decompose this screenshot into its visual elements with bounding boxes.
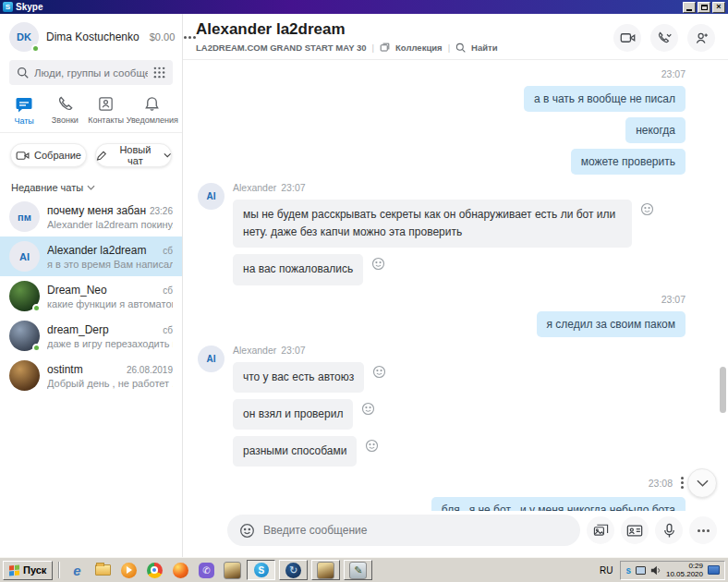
chat-list-item[interactable]: dream_Derpсб даже в игру перезаходить не…	[0, 316, 182, 356]
outgoing-message[interactable]: а в чать я вообще не писал	[524, 86, 686, 112]
window-titlebar: S Skype ×	[0, 0, 728, 14]
avatar[interactable]: DK	[9, 22, 39, 52]
avatar: пм	[9, 201, 40, 232]
start-button[interactable]: Пуск	[3, 561, 53, 580]
collection-link[interactable]: Коллекция	[395, 42, 443, 53]
search-icon	[17, 67, 29, 79]
online-status-icon	[32, 304, 41, 312]
taskbar-game-icon[interactable]	[221, 560, 243, 581]
tab-calls[interactable]: Звонки	[44, 95, 85, 126]
chat-item-title: ostintm	[47, 363, 123, 376]
minimize-button[interactable]	[683, 2, 696, 13]
tab-notifications-label: Уведомления	[127, 115, 178, 125]
tray-skype-icon[interactable]: s	[625, 565, 631, 576]
find-link[interactable]: Найти	[471, 42, 497, 53]
incoming-message[interactable]: что у вас есть автоюз	[233, 362, 364, 393]
outgoing-message[interactable]: бля , я не бот , и у меня никогда небыло…	[431, 497, 686, 511]
contact-card-icon	[626, 524, 643, 538]
taskbar-viber-icon[interactable]: ✆	[195, 560, 217, 581]
taskbar-mediaplayer-icon[interactable]	[117, 560, 140, 581]
video-call-button[interactable]	[613, 24, 641, 52]
recent-chats-label: Недавние чаты	[11, 182, 83, 193]
dialpad-icon[interactable]	[153, 67, 165, 79]
scroll-to-bottom-button[interactable]	[687, 468, 717, 498]
conversation-title[interactable]: Alexander la2dream	[196, 20, 498, 39]
add-reaction-icon[interactable]	[640, 202, 654, 216]
chat-item-time: сб	[163, 246, 173, 256]
tab-contacts-label: Контакты	[88, 115, 124, 125]
outgoing-message[interactable]: можете проверить	[571, 149, 686, 175]
taskbar-chrome-icon[interactable]	[143, 560, 165, 581]
search-box[interactable]	[9, 60, 173, 85]
close-button[interactable]: ×	[712, 2, 725, 13]
phone-icon	[56, 95, 74, 113]
chat-item-title: Alexander la2dream	[47, 244, 159, 257]
composer-bar	[183, 511, 728, 557]
chat-list-item[interactable]: пм почему меня забанили с жен...23:26 Al…	[0, 197, 182, 236]
taskbar-game2-button[interactable]	[311, 560, 340, 580]
message-menu-icon[interactable]	[679, 475, 686, 491]
voice-message-button[interactable]	[655, 516, 683, 544]
editor-icon: ✎	[349, 562, 367, 579]
add-reaction-icon[interactable]	[361, 402, 375, 416]
timestamp: 23:07	[661, 68, 686, 79]
meeting-button[interactable]: Собрание	[10, 143, 87, 167]
window-title: Skype	[16, 2, 42, 12]
send-contact-button[interactable]	[621, 516, 649, 544]
incoming-message[interactable]: он взял и проверил	[233, 399, 353, 430]
profile-name: Dima Kostuchenko	[46, 30, 140, 43]
add-people-button[interactable]	[687, 24, 715, 52]
recent-chats-header[interactable]: Недавние чаты	[0, 171, 182, 197]
add-reaction-icon[interactable]	[365, 439, 379, 453]
add-reaction-icon[interactable]	[372, 365, 386, 379]
taskbar-skype-button[interactable]: S	[247, 560, 275, 580]
language-indicator[interactable]: RU	[596, 565, 616, 576]
gallery-icon	[593, 524, 609, 538]
outgoing-message[interactable]: некогда	[625, 117, 686, 143]
avatar[interactable]: AI	[198, 183, 224, 210]
audio-call-button[interactable]	[650, 24, 678, 52]
restore-button[interactable]	[698, 2, 710, 13]
timestamp: 23:07	[661, 294, 686, 305]
sender-name: Alexander	[233, 182, 276, 193]
scrollbar-thumb[interactable]	[720, 367, 726, 413]
chat-list-item-selected[interactable]: AI Alexander la2dreamсб я в это время Ва…	[0, 236, 182, 276]
chat-list-item[interactable]: Dream_Neoсб какие функции я автоматом юз…	[0, 276, 182, 316]
message-list[interactable]: 23:07 а в чать я вообще не писал некогда…	[183, 60, 728, 511]
taskbar-app-button[interactable]: ↻	[279, 560, 308, 580]
search-input[interactable]	[34, 67, 148, 79]
incoming-message[interactable]: мы не будем расскрывать секреты как он о…	[233, 200, 632, 248]
profile-balance: $0.00	[150, 31, 176, 42]
chrome-icon	[147, 563, 163, 578]
incoming-message[interactable]: на вас пожаловались	[233, 254, 363, 285]
taskbar-firefox-icon[interactable]	[169, 560, 191, 581]
taskbar-editor-button[interactable]: ✎	[344, 560, 372, 580]
outgoing-message[interactable]: я следил за своим паком	[537, 311, 686, 337]
chat-list-item[interactable]: ostintm26.08.2019 Добрый день , не работ…	[0, 356, 182, 395]
new-chat-button-label: Новый чат	[112, 144, 158, 166]
more-actions-button[interactable]	[689, 516, 717, 544]
message-input[interactable]	[263, 524, 568, 537]
mediaplayer-icon	[121, 563, 137, 578]
message-input-box[interactable]	[227, 515, 580, 546]
tab-notifications[interactable]: Уведомления	[127, 95, 178, 126]
new-chat-button[interactable]: Новый чат	[95, 143, 172, 167]
video-camera-icon	[620, 31, 636, 44]
incoming-message[interactable]: разными способами	[233, 436, 357, 467]
taskbar-folder-icon[interactable]	[91, 560, 114, 581]
send-photo-button[interactable]	[587, 516, 614, 544]
emoji-icon[interactable]	[239, 523, 255, 539]
avatar[interactable]: AI	[198, 346, 224, 372]
tab-contacts[interactable]: Контакты	[85, 95, 126, 126]
tab-chats[interactable]: Чаты	[4, 95, 44, 126]
show-desktop-icon[interactable]	[708, 565, 720, 575]
chat-item-preview: я в это время Вам написал чтоб ...	[47, 259, 173, 270]
tab-calls-label: Звонки	[52, 115, 79, 125]
taskbar-ie-icon[interactable]: e	[66, 560, 88, 581]
search-icon	[455, 42, 466, 53]
add-reaction-icon[interactable]	[371, 257, 385, 271]
taskbar-clock[interactable]: 0:29 10.05.2020	[666, 562, 703, 578]
tray-network-icon[interactable]	[636, 566, 646, 575]
profile-row[interactable]: DK Dima Kostuchenko $0.00	[0, 14, 182, 58]
tray-volume-icon[interactable]	[650, 565, 661, 576]
